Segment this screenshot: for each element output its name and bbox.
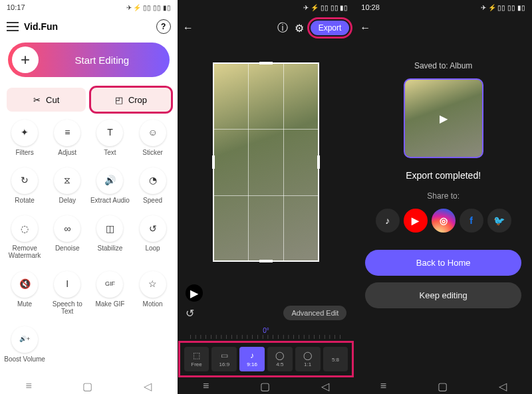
tool-rotate[interactable]: ↻Rotate [4,167,45,214]
ratio-icon: ◯ [275,351,284,360]
share-tiktok-button[interactable]: ♪ [376,209,400,233]
ratio-9-16[interactable]: ♪9:16 [239,347,265,371]
tool-mute[interactable]: 🔇Mute [4,271,45,325]
tool-label: Denoise [55,245,80,252]
ratio-icon: ▭ [221,351,228,360]
tool-make-gif[interactable]: GIFMake GIF [89,271,130,325]
tool-icon: ☆ [140,271,166,298]
angle-label: 0° [263,327,269,334]
back-icon[interactable]: ◁ [144,380,152,393]
tool-icon: ⧖ [54,167,80,194]
tool-icon: ✦ [11,120,38,146]
cut-label: Cut [46,95,59,105]
recent-icon[interactable]: ≡ [25,380,31,392]
tool-label: Mute [17,300,32,308]
tool-speed[interactable]: ◔Speed [132,167,173,214]
recent-icon[interactable]: ≡ [380,380,386,392]
menu-icon[interactable] [7,22,19,31]
help-icon[interactable]: ? [156,19,171,34]
tool-motion[interactable]: ☆Motion [132,271,173,325]
tool-sticker[interactable]: ☺Sticker [132,120,173,166]
recent-icon[interactable]: ≡ [203,380,209,392]
tool-label: Stabilize [98,245,123,252]
tool-denoise[interactable]: ∞Denoise [47,215,88,269]
handle-top[interactable] [259,62,273,64]
tool-icon: ☺ [140,120,166,146]
tool-adjust[interactable]: ≡Adjust [47,120,88,166]
app-title: Vid.Fun [24,21,151,32]
back-icon[interactable]: ◁ [321,380,329,393]
handle-bottom[interactable] [259,260,273,262]
handle-left[interactable] [212,155,215,169]
scissors-icon: ✂ [33,95,41,105]
back-to-home-button[interactable]: Back to Home [365,250,521,276]
ratio-icon: ♪ [250,351,254,360]
crop-button[interactable]: ◰ Crop [91,88,170,112]
ratio-16-9[interactable]: ▭16:9 [211,347,237,371]
aspect-ratio-bar: ⬚Free▭16:9♪9:16◯4:5◯1:15:8 [180,343,352,375]
tool-delay[interactable]: ⧖Delay [47,167,88,214]
status-icons: ✈ ⚡ ▯▯ ▯▯ ▮▯ [126,4,171,11]
export-button[interactable]: Export [311,21,350,35]
handle-right[interactable] [317,155,320,169]
tool-loop[interactable]: ↺Loop [132,215,173,269]
share-instagram-button[interactable]: ◎ [432,209,456,233]
share-twitter-button[interactable]: 🐦 [487,209,511,233]
ratio-label: 9:16 [247,361,257,367]
back-arrow-icon[interactable]: ← [360,22,370,34]
tool-icon: ◔ [140,167,166,194]
ratio-5-8[interactable]: 5:8 [323,347,348,371]
crop-label: Crop [128,95,147,105]
tool-label: Speech to Text [47,300,88,315]
back-arrow-icon[interactable]: ← [183,22,194,34]
advanced-edit-button[interactable]: Advanced Edit [283,306,346,320]
tool-boost-volume[interactable]: 🔊+Boost Volume [4,326,45,373]
clock: 10:28 [361,3,380,11]
clock: 10:17 [7,3,25,11]
tool-icon: ≡ [54,120,80,146]
play-button[interactable]: ▶ [186,284,203,302]
share-youtube-button[interactable]: ▶ [404,209,428,233]
start-label: Start Editing [39,54,166,66]
nav-bar: ≡ ▢ ◁ [0,378,178,394]
tool-label: Remove Watermark [4,245,45,259]
share-facebook-button[interactable]: f [460,209,483,233]
ratio-1-1[interactable]: ◯1:1 [295,347,321,371]
tool-label: Motion [143,300,163,308]
ratio-icon: ⬚ [193,351,200,360]
home-icon[interactable]: ▢ [82,380,92,393]
result-thumbnail[interactable]: ▶ [404,78,483,158]
back-icon[interactable]: ◁ [499,380,507,393]
tool-label: Delay [59,197,76,204]
tool-icon: ◫ [96,215,123,242]
tool-icon: T [96,120,123,146]
plus-icon: + [12,47,39,73]
tool-remove-watermark[interactable]: ◌Remove Watermark [4,215,45,269]
ratio-label: 1:1 [304,361,311,367]
keep-editing-button[interactable]: Keep editing [365,282,521,308]
status-bar: ✈ ⚡ ▯▯ ▯▯ ▮▯ [178,0,355,15]
tool-filters[interactable]: ✦Filters [4,120,45,166]
start-editing-button[interactable]: + Start Editing [8,43,170,77]
tool-label: Loop [145,245,160,252]
status-icons: ✈ ⚡ ▯▯ ▯▯ ▮▯ [303,4,348,11]
ratio-4-5[interactable]: ◯4:5 [267,347,293,371]
crop-frame[interactable] [213,62,319,262]
tool-speech-to-text[interactable]: ISpeech to Text [47,271,88,325]
tool-label: Text [104,149,116,156]
cut-button[interactable]: ✂ Cut [7,88,86,112]
help-icon[interactable]: ⓘ [277,21,288,35]
rotation-ruler[interactable]: 0° | | | | | | | | | | | | | | | | | | |… [178,323,355,343]
home-icon[interactable]: ▢ [438,380,448,393]
tool-icon: 🔊+ [11,326,38,353]
ratio-free[interactable]: ⬚Free [184,347,209,371]
tool-extract-audio[interactable]: 🔊Extract Audio [89,167,130,214]
tool-stabilize[interactable]: ◫Stabilize [89,215,130,269]
reset-rotation-icon[interactable]: ↺ [186,307,194,320]
tool-icon: 🔇 [11,271,38,298]
tool-text[interactable]: TText [89,120,130,166]
export-completed-label: Export completed! [354,170,532,181]
settings-icon[interactable]: ⚙ [295,22,304,35]
home-icon[interactable]: ▢ [260,380,270,393]
ratio-label: 4:5 [276,361,283,367]
